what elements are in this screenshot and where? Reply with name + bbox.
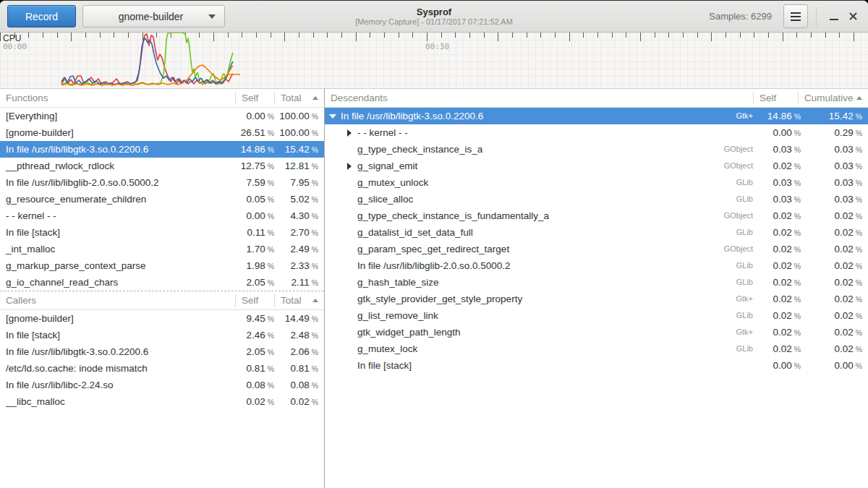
percent-sign: % — [268, 245, 274, 254]
callers-table: [gnome-builder] 9.45% 14.49% In file [st… — [0, 310, 324, 410]
tree-row[interactable]: In file /usr/lib/libgtk-3.so.0.2200.6 Gt… — [325, 108, 868, 124]
expander-icon[interactable] — [328, 114, 338, 119]
cumulative-percent: 0.00% — [801, 357, 868, 374]
callers-column-header[interactable]: Callers — [0, 294, 235, 307]
table-row[interactable]: In file [stack] 2.46% 2.48% — [0, 327, 324, 343]
expander-icon[interactable] — [344, 129, 354, 137]
percent-sign: % — [268, 348, 274, 356]
tree-row[interactable]: g_hash_table_size GLib 0.02% 0.02% — [325, 274, 868, 291]
table-row[interactable]: _int_malloc 1.70% 2.49% — [0, 241, 324, 257]
self-column-header[interactable]: Self — [235, 92, 274, 105]
tree-row[interactable]: In file [stack] 0.00% 0.00% — [325, 357, 868, 374]
record-button[interactable]: Record — [7, 5, 76, 27]
table-row[interactable]: In file /usr/lib/libgtk-3.so.0.2200.6 2.… — [0, 343, 324, 360]
total-column-header[interactable]: Total — [274, 92, 324, 105]
table-row[interactable]: In file /usr/lib/libglib-2.0.so.0.5000.2… — [0, 174, 324, 191]
cpu-timeline[interactable]: CPU 00:00 00:30 — [0, 33, 868, 89]
self-percent: 0.03% — [759, 141, 801, 158]
cumulative-percent: 0.02% — [801, 324, 868, 341]
self-percent: 14.86% — [229, 141, 274, 158]
table-row[interactable]: __pthread_rwlock_rdlock 12.75% 12.81% — [0, 158, 324, 174]
percent-sign: % — [312, 162, 318, 171]
cumulative-column-header[interactable]: Cumulative — [798, 92, 868, 105]
tree-row[interactable]: g_mutex_lock GLib 0.02% 0.02% — [325, 341, 868, 357]
percent-sign: % — [856, 228, 862, 237]
percent-sign: % — [856, 162, 862, 171]
process-selector-dropdown[interactable]: gnome-builder — [82, 5, 225, 27]
descendants-column-header[interactable]: Descendants — [325, 92, 753, 105]
total-column-header[interactable]: Total — [274, 294, 324, 307]
table-row[interactable]: In file /usr/lib/libgtk-3.so.0.2200.6 14… — [0, 141, 324, 158]
category-badge: GLib — [736, 341, 753, 357]
table-row[interactable]: [gnome-builder] 9.45% 14.49% — [0, 310, 324, 327]
cumulative-percent: 0.02% — [801, 274, 868, 291]
menu-button[interactable] — [783, 4, 808, 28]
table-row[interactable]: [Everything] 0.00% 100.00% — [0, 108, 324, 124]
tree-row[interactable]: g_type_check_instance_is_fundamentally_a… — [325, 207, 868, 224]
process-selector-label: gnome-builder — [83, 11, 208, 22]
self-percent: 0.02% — [759, 207, 801, 225]
table-row[interactable]: g_resource_enumerate_children 0.05% 5.02… — [0, 191, 324, 207]
percent-sign: % — [794, 278, 801, 287]
tree-row[interactable]: g_datalist_id_set_data_full GLib 0.02% 0… — [325, 224, 868, 241]
total-percent: 2.48% — [274, 327, 324, 344]
close-button[interactable] — [843, 7, 862, 26]
descendant-name: g_signal_emit — [354, 158, 724, 174]
percent-sign: % — [856, 195, 862, 204]
table-row[interactable]: g_io_channel_read_chars 2.05% 2.11% — [0, 274, 324, 291]
table-row[interactable]: /etc/ld.so.cache: inode mismatch 0.81% 0… — [0, 360, 324, 377]
function-name: __pthread_rwlock_rdlock — [0, 158, 229, 174]
category-badge: GLib — [736, 191, 753, 207]
descendant-name: gtk_widget_path_length — [354, 324, 736, 341]
callers-table-header: Callers Self Total — [0, 291, 324, 310]
percent-sign: % — [268, 228, 274, 237]
tree-row[interactable]: g_type_check_instance_is_a GObject 0.03%… — [325, 141, 868, 158]
table-row[interactable]: - - kernel - - 0.00% 4.30% — [0, 207, 324, 224]
self-percent: 12.75% — [229, 158, 274, 175]
table-row[interactable]: g_markup_parse_context_parse 1.98% 2.33% — [0, 257, 324, 274]
self-column-header[interactable]: Self — [753, 92, 798, 105]
function-name: g_markup_parse_context_parse — [0, 257, 229, 274]
descendant-name: In file [stack] — [354, 357, 753, 374]
tree-row[interactable]: gtk_style_provider_get_style_property Gt… — [325, 291, 868, 307]
window-title-box: Sysprof [Memory Capture] - 01/17/2017 07… — [231, 1, 637, 33]
cumulative-percent: 0.03% — [801, 141, 868, 158]
cpu-usage-chart — [0, 33, 868, 89]
left-pane: Functions Self Total [Everything] 0.00% … — [0, 89, 325, 488]
self-percent: 14.86% — [759, 108, 801, 125]
total-percent: 2.06% — [274, 343, 324, 361]
table-row[interactable]: In file /usr/lib/libc-2.24.so 0.08% 0.08… — [0, 377, 324, 393]
percent-sign: % — [794, 361, 801, 370]
tree-row[interactable]: gtk_widget_path_length Gtk+ 0.02% 0.02% — [325, 324, 868, 341]
tree-row[interactable]: g_mutex_unlock GLib 0.03% 0.03% — [325, 174, 868, 191]
functions-column-header[interactable]: Functions — [0, 92, 235, 105]
self-percent: 7.59% — [229, 174, 274, 192]
function-name: In file /usr/lib/libc-2.24.so — [0, 377, 229, 393]
expander-icon[interactable] — [344, 163, 354, 170]
minimize-button[interactable] — [825, 7, 843, 26]
tree-row[interactable]: g_param_spec_get_redirect_target GObject… — [325, 241, 868, 257]
functions-table-header: Functions Self Total — [0, 89, 324, 108]
total-percent: 5.02% — [274, 191, 324, 208]
table-row[interactable]: __libc_malloc 0.02% 0.02% — [0, 393, 324, 410]
table-row[interactable]: In file [stack] 0.11% 2.70% — [0, 224, 324, 241]
cumulative-percent: 0.02% — [801, 307, 868, 325]
percent-sign: % — [856, 245, 862, 254]
descendant-name: g_param_spec_get_redirect_target — [354, 241, 724, 257]
self-percent: 0.05% — [229, 191, 274, 208]
total-percent: 100.00% — [274, 124, 324, 142]
tree-row[interactable]: g_slice_alloc GLib 0.03% 0.03% — [325, 191, 868, 207]
tree-row[interactable]: g_list_remove_link GLib 0.02% 0.02% — [325, 307, 868, 324]
self-percent: 0.81% — [229, 360, 274, 377]
table-row[interactable]: [gnome-builder] 26.51% 100.00% — [0, 124, 324, 141]
self-column-header[interactable]: Self — [235, 294, 274, 307]
percent-sign: % — [794, 228, 801, 237]
tree-row[interactable]: - - kernel - - 0.00% 0.29% — [325, 124, 868, 141]
cumulative-percent: 0.03% — [801, 158, 868, 175]
percent-sign: % — [268, 262, 274, 270]
percent-sign: % — [268, 179, 274, 187]
percent-sign: % — [794, 312, 801, 320]
percent-sign: % — [312, 348, 318, 356]
tree-row[interactable]: In file /usr/lib/libglib-2.0.so.0.5000.2… — [325, 257, 868, 274]
tree-row[interactable]: g_signal_emit GObject 0.02% 0.03% — [325, 158, 868, 174]
